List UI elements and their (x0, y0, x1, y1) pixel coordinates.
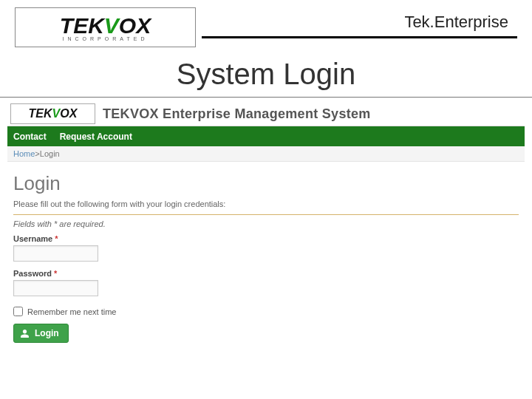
logo-subtext: INCORPORATED (63, 36, 149, 41)
breadcrumb-home[interactable]: Home (13, 149, 35, 158)
form-divider (13, 214, 519, 215)
login-button-label: Login (35, 328, 59, 338)
username-input[interactable] (13, 245, 98, 262)
remember-checkbox[interactable] (13, 307, 23, 316)
login-heading: Login (13, 172, 519, 195)
nav-bar: Contact Request Account (7, 126, 525, 146)
required-note: Fields with * are required. (13, 219, 519, 228)
username-label: Username * (13, 234, 519, 243)
password-label: Password * (13, 269, 519, 278)
breadcrumb-current: Login (40, 149, 60, 158)
header-divider (202, 36, 517, 38)
slide-title: System Login (15, 58, 517, 91)
tekvox-logo-small: TEKVOX (10, 103, 95, 124)
tekvox-logo-large: TEKVOX INCORPORATED (15, 7, 196, 47)
nav-request-account[interactable]: Request Account (60, 132, 132, 142)
remember-label: Remember me next time (27, 307, 116, 316)
breadcrumb: Home>Login (7, 146, 525, 162)
product-name: Tek.Enterprise (404, 13, 508, 32)
app-title: TEKVOX Enterprise Management System (103, 106, 371, 122)
login-button[interactable]: Login (13, 324, 69, 343)
user-icon (20, 329, 30, 338)
password-input[interactable] (13, 280, 98, 296)
login-instruction: Please fill out the following form with … (13, 200, 519, 208)
nav-contact[interactable]: Contact (13, 132, 47, 142)
